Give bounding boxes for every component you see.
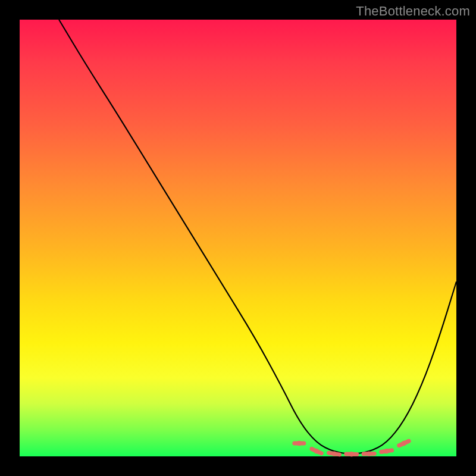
- highlight-dot: [297, 441, 302, 446]
- highlight-dot: [331, 451, 336, 456]
- plot-area: [20, 20, 456, 456]
- highlight-dot: [402, 441, 406, 446]
- highlight-dot: [384, 449, 389, 453]
- highlight-dot: [314, 449, 319, 453]
- highlight-dot: [349, 452, 354, 456]
- chart-frame: TheBottleneck.com: [0, 0, 476, 476]
- curve-svg: [20, 20, 456, 456]
- highlight-dot: [367, 451, 371, 456]
- highlight-region: [295, 441, 409, 457]
- watermark-text: TheBottleneck.com: [356, 4, 470, 19]
- bottleneck-curve: [59, 20, 456, 453]
